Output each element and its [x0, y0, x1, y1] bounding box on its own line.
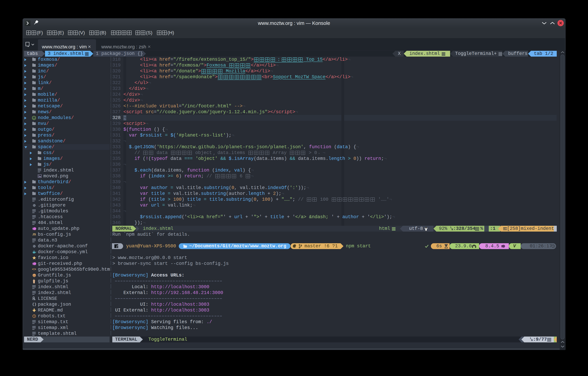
- svg-text:JS: JS: [33, 117, 35, 119]
